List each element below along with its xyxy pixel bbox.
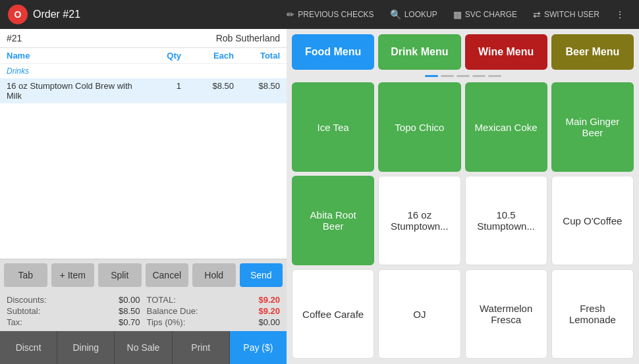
order-table: Name Qty Each Total Drinks 16 oz Stumpto… xyxy=(0,48,287,259)
subtotal-value: $8.50 xyxy=(119,306,140,316)
hold-button[interactable]: Hold xyxy=(192,263,236,287)
order-info-bar: #21 Rob Sutherland xyxy=(0,29,287,48)
col-name: Name xyxy=(7,51,142,61)
menu-tabs: Food Menu Drink Menu Wine Menu Beer Menu xyxy=(292,34,634,70)
menu-item-ice-tea[interactable]: Ice Tea xyxy=(292,82,374,172)
totals-section: Discounts: $0.00 TOTAL: $9.20 Subtotal: … xyxy=(0,291,287,331)
switch-icon: ⇄ xyxy=(533,9,541,20)
item-name: 16 oz Stumptown Cold Brew with Milk xyxy=(7,81,142,101)
menu-item-topo-chico[interactable]: Topo Chico xyxy=(378,82,460,172)
balance-due-label: Balance Due: xyxy=(147,306,198,316)
menu-item-mexican-coke[interactable]: Mexican Coke xyxy=(465,82,547,172)
previous-checks-label: PREVIOUS CHECKS xyxy=(298,10,374,19)
header-actions: ✏ PREVIOUS CHECKS 🔍 LOOKUP ▦ SVC CHARGE … xyxy=(280,7,631,22)
tab-dot-5 xyxy=(488,75,501,77)
menu-item-watermelon-fresca[interactable]: Watermelon Fresca xyxy=(465,269,547,359)
left-panel: #21 Rob Sutherland Name Qty Each Total D… xyxy=(0,29,287,364)
item-total: $8.50 xyxy=(234,81,280,101)
balance-due-row: Balance Due: $9.20 xyxy=(147,306,281,316)
dining-button[interactable]: Dining xyxy=(57,331,115,364)
split-button[interactable]: Split xyxy=(98,263,142,287)
tax-value: $0.70 xyxy=(119,317,140,327)
item-qty: 1 xyxy=(142,81,181,101)
menu-item-cup-o-coffee[interactable]: Cup O'Coffee xyxy=(551,176,634,265)
menu-item-coffee-carafe[interactable]: Coffee Carafe xyxy=(292,269,374,359)
tab-dot-4 xyxy=(472,75,486,77)
col-each: Each xyxy=(181,51,234,61)
pay-button[interactable]: Pay ($) xyxy=(230,331,287,364)
menu-item-10-5-stumptown[interactable]: 10.5 Stumptown... xyxy=(465,176,547,265)
table-row[interactable]: 16 oz Stumptown Cold Brew with Milk 1 $8… xyxy=(0,78,287,103)
cancel-button[interactable]: Cancel xyxy=(146,263,189,287)
order-number: #21 xyxy=(7,33,22,43)
discounts-row: Discounts: $0.00 xyxy=(7,295,140,305)
tab-dot-2 xyxy=(441,75,454,77)
tab-beer-menu[interactable]: Beer Menu xyxy=(551,34,634,70)
tax-row: Tax: $0.70 xyxy=(7,317,140,327)
more-options-button[interactable]: ⋮ xyxy=(609,7,631,22)
menu-item-abita-root-beer[interactable]: Abita Root Beer xyxy=(292,176,374,265)
no-sale-button[interactable]: No Sale xyxy=(115,331,172,364)
add-item-button[interactable]: + Item xyxy=(51,263,95,287)
tips-value: $0.00 xyxy=(258,317,280,327)
total-value: $9.20 xyxy=(258,295,280,305)
discnt-button[interactable]: Discnt xyxy=(0,331,57,364)
item-each: $8.50 xyxy=(181,81,234,101)
menu-item-16oz-stumptown[interactable]: 16 oz Stumptown... xyxy=(378,176,460,265)
action-buttons: Tab + Item Split Cancel Hold Send xyxy=(0,259,287,291)
right-panel: Food Menu Drink Menu Wine Menu Beer Menu… xyxy=(287,29,639,364)
tab-dot-1 xyxy=(425,75,438,77)
total-label: TOTAL: xyxy=(147,295,176,305)
discounts-value: $0.00 xyxy=(119,295,140,305)
subtotal-label: Subtotal: xyxy=(7,306,40,316)
subtotal-row: Subtotal: $8.50 xyxy=(7,306,140,316)
order-title: Order #21 xyxy=(33,9,275,20)
total-row: TOTAL: $9.20 xyxy=(147,295,281,305)
more-icon: ⋮ xyxy=(615,9,625,20)
previous-checks-button[interactable]: ✏ PREVIOUS CHECKS xyxy=(280,7,380,22)
category-drinks: Drinks xyxy=(0,64,287,78)
col-total: Total xyxy=(234,51,280,61)
switch-user-label: SWITCH USER xyxy=(544,10,599,19)
menu-grid: Ice Tea Topo Chico Mexican Coke Main Gin… xyxy=(292,82,634,359)
card-icon: ▦ xyxy=(453,9,462,20)
header: O Order #21 ✏ PREVIOUS CHECKS 🔍 LOOKUP ▦… xyxy=(0,0,639,29)
tab-drink-menu[interactable]: Drink Menu xyxy=(378,34,460,70)
pencil-icon: ✏ xyxy=(287,9,294,20)
tab-indicators xyxy=(292,74,634,78)
main-content: #21 Rob Sutherland Name Qty Each Total D… xyxy=(0,29,639,364)
app-icon: O xyxy=(8,5,28,24)
menu-item-oj[interactable]: OJ xyxy=(378,269,460,359)
balance-due-value: $9.20 xyxy=(258,306,280,316)
search-icon: 🔍 xyxy=(390,9,401,20)
print-button[interactable]: Print xyxy=(173,331,230,364)
switch-user-button[interactable]: ⇄ SWITCH USER xyxy=(526,7,606,22)
tab-wine-menu[interactable]: Wine Menu xyxy=(465,34,547,70)
table-header: Name Qty Each Total xyxy=(0,48,287,64)
tab-food-menu[interactable]: Food Menu xyxy=(292,34,374,70)
discounts-label: Discounts: xyxy=(7,295,47,305)
bottom-nav: Discnt Dining No Sale Print Pay ($) xyxy=(0,331,287,364)
menu-item-main-ginger-beer[interactable]: Main Ginger Beer xyxy=(551,82,634,172)
lookup-button[interactable]: 🔍 LOOKUP xyxy=(383,7,444,22)
tips-row: Tips (0%): $0.00 xyxy=(147,317,281,327)
customer-name: Rob Sutherland xyxy=(216,33,280,43)
tax-label: Tax: xyxy=(7,317,22,327)
tab-dot-3 xyxy=(457,75,470,77)
svc-charge-label: SVC CHARGE xyxy=(465,10,517,19)
col-qty: Qty xyxy=(142,51,181,61)
svc-charge-button[interactable]: ▦ SVC CHARGE xyxy=(447,7,524,22)
tips-label: Tips (0%): xyxy=(147,317,186,327)
lookup-label: LOOKUP xyxy=(404,10,437,19)
tab-button[interactable]: Tab xyxy=(4,263,47,287)
send-button[interactable]: Send xyxy=(240,263,283,287)
menu-item-fresh-lemonade[interactable]: Fresh Lemonade xyxy=(551,269,634,359)
